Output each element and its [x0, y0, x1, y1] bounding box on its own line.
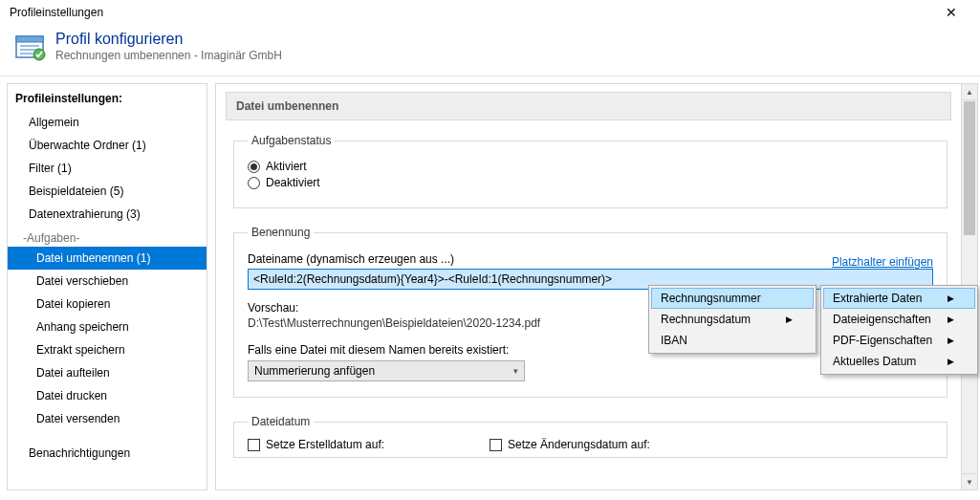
sidebar-item-filter[interactable]: Filter (1): [8, 157, 207, 180]
chevron-right-icon: ▶: [947, 357, 954, 366]
exists-combo-value: Nummerierung anfügen: [254, 364, 375, 378]
page-subtitle: Rechnungen umbenennen - Imaginär GmbH: [55, 49, 282, 62]
status-group: Aufgabenstatus Aktiviert Deaktiviert: [233, 134, 947, 208]
sidebar-item-benachrichtigungen[interactable]: Benachrichtigungen: [8, 442, 207, 465]
checkbox-icon: [490, 439, 502, 451]
sidebar-task-aufteilen[interactable]: Datei aufteilen: [8, 361, 207, 384]
placeholder-menu: Extrahierte Daten ▶ Dateieigenschaften ▶…: [820, 285, 978, 375]
menu-item-label: Extrahierte Daten: [833, 292, 922, 305]
menu-item-label: Rechnungsnummer: [661, 292, 761, 305]
checkbox-erstelldatum[interactable]: Setze Erstelldatum auf:: [248, 438, 384, 451]
close-icon[interactable]: ✕: [932, 6, 970, 19]
chevron-right-icon: ▶: [947, 293, 954, 303]
status-group-label: Aufgabenstatus: [248, 134, 335, 147]
menu-item-rechnungsnummer[interactable]: Rechnungsnummer: [651, 288, 814, 309]
sidebar-task-verschieben[interactable]: Datei verschieben: [8, 270, 207, 293]
chevron-right-icon: ▶: [786, 315, 793, 324]
sidebar-title: Profileinstellungen:: [8, 84, 207, 111]
checkbox-icon: [248, 439, 260, 451]
filedate-group: Dateidatum Setze Erstelldatum auf: Setze…: [233, 415, 947, 458]
menu-item-label: Rechnungsdatum: [661, 313, 751, 326]
sidebar-task-kopieren[interactable]: Datei kopieren: [8, 293, 207, 315]
scroll-thumb[interactable]: [964, 101, 975, 235]
chevron-right-icon: ▶: [947, 336, 954, 345]
menu-item-pdf-eigenschaften[interactable]: PDF-Eigenschaften ▶: [823, 330, 975, 351]
radio-icon: [248, 161, 260, 173]
menu-item-extrahierte-daten[interactable]: Extrahierte Daten ▶: [823, 288, 975, 309]
checkbox-erstelldatum-label: Setze Erstelldatum auf:: [266, 438, 384, 451]
sidebar-item-beispieldateien[interactable]: Beispieldateien (5): [8, 180, 207, 203]
menu-item-dateieigenschaften[interactable]: Dateieigenschaften ▶: [823, 309, 975, 330]
svg-rect-1: [16, 36, 43, 42]
radio-deaktiviert-label: Deaktiviert: [266, 176, 320, 189]
menu-item-label: Aktuelles Datum: [833, 355, 916, 368]
profile-icon: [15, 31, 46, 61]
sidebar-item-allgemein[interactable]: Allgemein: [8, 111, 207, 134]
menu-item-iban[interactable]: IBAN: [651, 330, 814, 351]
menu-item-label: PDF-Eigenschaften: [833, 334, 932, 347]
menu-item-label: Dateieigenschaften: [833, 313, 931, 326]
sidebar-task-umbenennen[interactable]: Datei umbenennen (1): [8, 247, 207, 270]
radio-aktiviert-label: Aktiviert: [266, 160, 307, 173]
radio-aktiviert[interactable]: Aktiviert: [248, 160, 933, 173]
checkbox-aenderungsdatum[interactable]: Setze Änderungsdatum auf:: [490, 438, 650, 451]
sidebar-task-drucken[interactable]: Datei drucken: [8, 384, 207, 407]
menu-item-label: IBAN: [661, 334, 687, 347]
sidebar-group-aufgaben: -Aufgaben-: [8, 226, 207, 247]
chevron-down-icon: ▾: [513, 366, 518, 376]
radio-deaktiviert[interactable]: Deaktiviert: [248, 176, 933, 189]
sidebar-item-ordner[interactable]: Überwachte Ordner (1): [8, 134, 207, 157]
sidebar: Profileinstellungen: Allgemein Überwacht…: [7, 83, 207, 490]
menu-item-aktuelles-datum[interactable]: Aktuelles Datum ▶: [823, 351, 975, 372]
page-title: Profil konfigurieren: [55, 31, 282, 48]
sidebar-task-anhang[interactable]: Anhang speichern: [8, 315, 207, 338]
sidebar-task-versenden[interactable]: Datei versenden: [8, 407, 207, 430]
sidebar-item-datenextrahierung[interactable]: Datenextrahierung (3): [8, 203, 207, 226]
sidebar-task-extrakt[interactable]: Extrakt speichern: [8, 338, 207, 361]
checkbox-aenderungsdatum-label: Setze Änderungsdatum auf:: [508, 438, 650, 451]
section-title: Datei umbenennen: [226, 92, 951, 120]
naming-group-label: Benennung: [248, 226, 314, 239]
filename-label: Dateiname (dynamisch erzeugen aus ...): [248, 252, 454, 266]
window-title: Profileinstellungen: [10, 6, 103, 19]
insert-placeholder-link[interactable]: Platzhalter einfügen: [832, 255, 933, 269]
filedate-group-label: Dateidatum: [248, 415, 314, 428]
placeholder-submenu: Rechnungsnummer Rechnungsdatum ▶ IBAN: [648, 285, 817, 354]
chevron-right-icon: ▶: [947, 315, 954, 324]
menu-item-rechnungsdatum[interactable]: Rechnungsdatum ▶: [651, 309, 814, 330]
scroll-down-icon[interactable]: ▼: [962, 473, 977, 489]
radio-icon: [248, 177, 260, 189]
exists-combo[interactable]: Nummerierung anfügen ▾: [248, 360, 525, 381]
scroll-up-icon[interactable]: ▲: [962, 84, 977, 100]
